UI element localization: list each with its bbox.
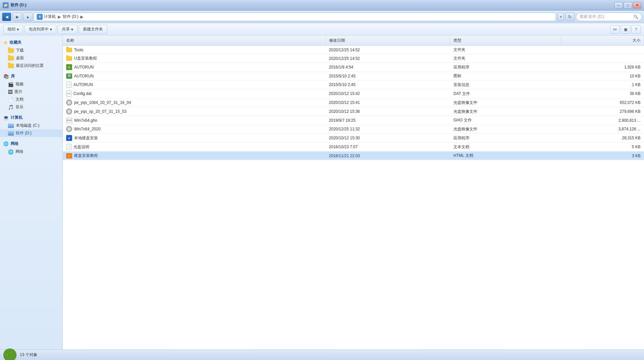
col-modified-header[interactable]: 修改日期 — [326, 36, 450, 46]
table-row[interactable]: 📄 AUTORUN 2015/5/10 2:45 安装信息 1 KB — [63, 80, 644, 89]
table-row[interactable]: e 硬盘安装教程 2016/11/21 22:03 HTML 文档 3 KB — [63, 152, 644, 160]
desktop-folder-icon — [8, 56, 14, 61]
table-row[interactable]: A AUTORUN 2016/1/8 4:54 应用程序 1,926 KB — [63, 63, 644, 72]
file-size-cell — [561, 46, 644, 54]
sidebar-item-network[interactable]: 🌐 网络 — [0, 148, 63, 156]
library-button[interactable]: 包含到库中 ▾ — [24, 25, 56, 34]
table-row[interactable]: Win7x64_2020 2020/12/25 11:32 光盘映像文件 3,8… — [63, 125, 644, 134]
network-header-label: 网络 — [11, 141, 19, 147]
share-label: 共享 — [62, 26, 70, 32]
file-name-label: 本地硬盘安装 — [74, 135, 98, 141]
path-sep-2: ▶ — [80, 15, 83, 19]
titlebar-app-icon: 📁 — [3, 2, 9, 8]
preview-pane-button[interactable]: ▣ — [621, 25, 630, 34]
address-path[interactable]: 🖥 计算机 ▶ 软件 (D:) ▶ — [34, 13, 556, 21]
file-size-cell: 279,696 KB — [561, 107, 644, 116]
path-dropdown-button[interactable]: ▾ — [557, 13, 564, 21]
file-type-cell: 安装信息 — [450, 80, 561, 89]
file-name-cell: DAT Config.dat — [63, 89, 326, 98]
table-row[interactable]: pe_yqs_xp_20_07_31_15_53 2020/10/12 15:3… — [63, 107, 644, 116]
file-modified-cell: 2020/10/12 15:41 — [326, 98, 450, 107]
file-name-cell: GHO Win7x64.gho — [63, 116, 326, 125]
col-type-header[interactable]: 类型 — [450, 36, 561, 46]
folder-icon — [66, 56, 72, 61]
file-table: 名称 修改日期 类型 大小 Tools 2020/12/25 14:52 文件夹… — [63, 36, 644, 160]
table-row[interactable]: GHO Win7x64.gho 2019/9/7 19:25 GHO 文件 2,… — [63, 116, 644, 125]
table-header-row: 名称 修改日期 类型 大小 — [63, 36, 644, 46]
documents-icon: 📄 — [8, 97, 14, 102]
file-name-label: 光盘说明 — [73, 144, 89, 150]
table-row[interactable]: Tools 2020/12/25 14:52 文件夹 — [63, 46, 644, 54]
view-toggle-button[interactable]: ≡ ▾ — [610, 25, 620, 34]
toolbar: 组织 ▾ 包含到库中 ▾ 共享 ▾ 新建文件夹 ≡ ▾ ▣ ? — [0, 23, 644, 36]
sidebar-item-music[interactable]: 🎵 音乐 — [0, 103, 63, 111]
view-icon: ≡ — [613, 27, 615, 32]
file-name-cell: A AUTORUN — [63, 63, 326, 72]
favorites-header: ★ 收藏夹 — [0, 38, 63, 47]
music-label: 音乐 — [16, 104, 23, 110]
titlebar-controls: ─ □ ✕ — [614, 2, 641, 9]
new-folder-button[interactable]: 新建文件夹 — [79, 25, 107, 34]
path-computer-icon: 🖥 — [37, 14, 43, 20]
help-button[interactable]: ? — [631, 25, 641, 34]
sidebar-item-pictures[interactable]: 🖼 图片 — [0, 88, 63, 96]
back-button[interactable]: ◀ — [2, 13, 11, 21]
file-name-cell: A 本地硬盘安装 — [63, 134, 326, 143]
doc-icon: 📄 — [66, 144, 71, 150]
dat-icon: DAT — [66, 91, 71, 97]
sidebar-item-desktop[interactable]: 桌面 — [0, 54, 63, 62]
table-row[interactable]: A 本地硬盘安装 2020/10/12 15:30 应用程序 28,315 KB — [63, 134, 644, 143]
col-name-header[interactable]: 名称 — [63, 36, 326, 46]
sidebar-item-drive-d[interactable]: 软件 (D:) — [0, 129, 63, 137]
file-name-label: Config.dat — [73, 91, 92, 96]
col-size-header[interactable]: 大小 — [561, 36, 644, 46]
preview-icon: ▣ — [624, 27, 627, 32]
sidebar-item-documents[interactable]: 📄 文档 — [0, 96, 63, 103]
search-icon: 🔍 — [633, 15, 638, 19]
forward-button[interactable]: ▶ — [13, 13, 22, 21]
organize-button[interactable]: 组织 ▾ — [3, 25, 23, 34]
app-icon: A — [66, 135, 72, 141]
table-row[interactable]: 📄 光盘说明 2016/10/23 7:07 文本文档 5 KB — [63, 143, 644, 152]
table-row[interactable]: pe_yqs_1064_20_07_31_16_04 2020/10/12 15… — [63, 98, 644, 107]
table-row[interactable]: U盘安装教程 2020/12/25 14:52 文件夹 — [63, 54, 644, 63]
close-button[interactable]: ✕ — [633, 2, 641, 9]
video-icon: 🎬 — [8, 82, 14, 87]
library-header-icon: 📚 — [3, 74, 9, 79]
file-type-cell: 文本文档 — [450, 143, 561, 152]
path-sep-1: ▶ — [58, 15, 61, 19]
file-name-label: Win7x64.gho — [74, 118, 97, 123]
file-type-cell: 光盘映像文件 — [450, 125, 561, 134]
file-name-cell: Win7x64_2020 — [63, 125, 326, 134]
file-type-cell: 文件夹 — [450, 46, 561, 54]
table-row[interactable]: 🖼 AUTORUN 2015/5/10 2:45 图标 10 KB — [63, 72, 644, 80]
table-row[interactable]: DAT Config.dat 2020/10/12 15:42 DAT 文件 3… — [63, 89, 644, 98]
file-content: 名称 修改日期 类型 大小 Tools 2020/12/25 14:52 文件夹… — [63, 36, 644, 349]
favorites-star-icon: ★ — [3, 40, 8, 45]
file-type-cell: DAT 文件 — [450, 89, 561, 98]
folder-icon — [66, 48, 72, 52]
disc-icon — [66, 126, 72, 132]
sidebar-item-drive-c[interactable]: 本地磁盘 (C:) — [0, 122, 63, 129]
refresh-button[interactable]: ↻ — [565, 13, 575, 21]
file-size-cell: 3,874,126 ... — [561, 125, 644, 134]
main-area: ★ 收藏夹 下载 桌面 最近访问的位置 📚 库 🎬 — [0, 36, 644, 349]
minimize-button[interactable]: ─ — [614, 2, 623, 9]
titlebar-left: 📁 软件 (D:) — [3, 2, 26, 8]
documents-label: 文档 — [16, 97, 23, 102]
network-label: 网络 — [16, 149, 23, 155]
recent-label: 最近访问的位置 — [16, 63, 44, 68]
search-box[interactable]: 搜索 软件 (D:) 🔍 — [576, 13, 642, 21]
disc-icon — [66, 109, 72, 114]
up-button[interactable]: ▲ — [23, 13, 32, 21]
sidebar-item-recent[interactable]: 最近访问的位置 — [0, 62, 63, 69]
sidebar-item-video[interactable]: 🎬 视频 — [0, 80, 63, 88]
statusbar: 🌿 13 个对象 — [0, 349, 644, 360]
search-placeholder: 搜索 软件 (D:) — [580, 14, 604, 20]
new-folder-label: 新建文件夹 — [83, 26, 103, 32]
share-button[interactable]: 共享 ▾ — [58, 25, 77, 34]
network-section: 🌐 网络 🌐 网络 — [0, 140, 63, 156]
maximize-button[interactable]: □ — [623, 2, 632, 9]
sidebar-item-downloads[interactable]: 下载 — [0, 47, 63, 54]
file-name-label: Win7x64_2020 — [74, 127, 101, 131]
